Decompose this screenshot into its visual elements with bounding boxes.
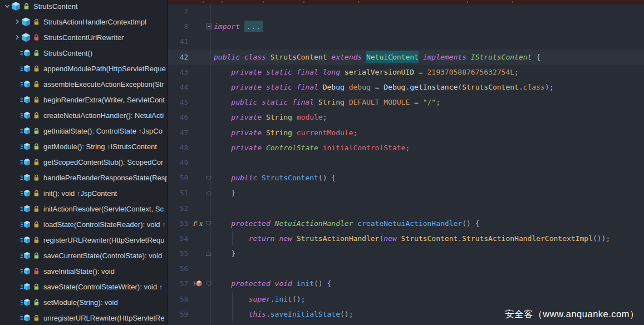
chevron-right-icon[interactable]: [13, 18, 21, 25]
line-number: 52: [168, 204, 191, 213]
tree-item-method-20[interactable]: unregisterURLRewriter(HttpServletRe: [0, 310, 167, 325]
tree-item-method-11[interactable]: handlePreRenderResponseState(Resp: [0, 170, 167, 185]
code-line-51[interactable]: 51 }: [168, 185, 644, 200]
code-line-8[interactable]: 8import ...: [168, 19, 644, 34]
code-line-56[interactable]: 56: [168, 261, 644, 276]
watermark: 安全客（www.anquanke.com）: [505, 308, 639, 321]
lock-gold-icon: [33, 159, 40, 166]
token-pln2: Debug: [323, 83, 345, 91]
tree-item-class-0[interactable]: StrutsContent: [0, 0, 167, 14]
fold-marker-top[interactable]: [204, 280, 214, 287]
code-line-45[interactable]: 45 public static final String DEFAULT_MO…: [168, 95, 644, 110]
tree-item-method-3[interactable]: StrutsContent(): [0, 45, 167, 61]
token-pln: [292, 129, 297, 137]
token-kw: public class: [214, 53, 271, 61]
tree-item-method-14[interactable]: loadState(ControlStateReader): void ↑: [0, 216, 167, 232]
tree-item-method-8[interactable]: getInitialState(): ControlState ↑JspCo: [0, 123, 167, 139]
line-number: 48: [168, 144, 191, 152]
indent-guide: [232, 292, 233, 307]
code-text: }: [214, 322, 644, 325]
token-kw: import: [214, 22, 240, 31]
token-cls: String: [266, 129, 292, 137]
token-kw: this: [249, 310, 266, 318]
code-line-42[interactable]: 42public class StrutsContent extends Net…: [168, 50, 644, 65]
code-line-46[interactable]: 46 private String module;: [168, 110, 644, 125]
token-cls: StrutsActionHandler: [297, 234, 380, 243]
line-number: 45: [168, 98, 191, 106]
tree-item-method-17[interactable]: saveInitialState(): void: [0, 263, 167, 279]
tree-item-method-13[interactable]: initActionResolver(ServletContext, Sc: [0, 201, 167, 216]
fold-marker-plus[interactable]: [204, 23, 214, 29]
code-line-52[interactable]: 52: [168, 200, 644, 215]
line-number: 49: [168, 159, 191, 167]
code-text: }: [214, 246, 644, 261]
token-pln: [345, 83, 349, 91]
token-kw: private static final: [231, 83, 322, 91]
tree-item-method-6[interactable]: beginRenderExtra(Writer, ServletCont: [0, 92, 167, 107]
token-cls: StrutsContent: [401, 234, 458, 243]
line-number: 59: [168, 310, 191, 318]
method-icon: [20, 111, 31, 120]
code-line-44[interactable]: 44 private static final Debug debug = De…: [168, 80, 644, 95]
tree-item-method-18[interactable]: saveState(ControlStateWriter): void ↑: [0, 279, 167, 294]
tree-item-class-1[interactable]: StrutsActionHandlerContextImpl: [0, 14, 167, 29]
line-number: 8: [168, 22, 191, 31]
line-number: 7: [168, 7, 191, 16]
tree-item-method-10[interactable]: getScopedContentStub(): ScopedCor: [0, 154, 167, 170]
token-meth: saveInitialState: [271, 310, 340, 318]
token-kw: private: [231, 113, 266, 121]
token-kw: private: [231, 129, 266, 137]
token-pln: }: [214, 189, 235, 197]
code-line-55[interactable]: 55 }: [168, 246, 644, 261]
lock-green-icon: [33, 283, 40, 290]
code-line-50[interactable]: 50 public StrutsContent() {: [168, 170, 644, 185]
chevron-down-icon[interactable]: [3, 3, 11, 9]
tree-item-method-5[interactable]: assembleExecuteActionException(Str: [0, 76, 167, 92]
token-meth: StrutsContent: [262, 174, 318, 182]
chevron-right-icon[interactable]: [13, 34, 21, 41]
overriding-method-gutter-icon[interactable]: [191, 279, 204, 288]
code-line-49[interactable]: 49: [168, 155, 644, 170]
code-line-54[interactable]: 54 return new StrutsActionHandler(new St…: [168, 231, 644, 246]
lock-gold-icon: [33, 18, 40, 26]
stripe-tick: [222, 1, 223, 3]
token-pconst: serialVersionUID: [345, 68, 414, 76]
line-number: 46: [168, 113, 191, 121]
line-number: 44: [168, 83, 191, 91]
token-meth: init: [275, 295, 292, 303]
token-kw: protected: [231, 219, 274, 228]
code-line-41[interactable]: 41: [168, 34, 644, 49]
code-line-60[interactable]: 60 }: [168, 322, 644, 325]
method-icon: [20, 205, 31, 213]
tree-item-method-9[interactable]: getModule(): String ↑IStrutsContent: [0, 139, 167, 154]
token-pln: ();: [340, 310, 353, 318]
code-line-53[interactable]: 53f↑x protected NetuiActionHandler creat…: [168, 216, 644, 231]
tree-item-method-16[interactable]: saveCurrentState(ControlState): void: [0, 248, 167, 263]
tree-item-method-7[interactable]: createNetuiActionHandler(): NetuiActi: [0, 107, 167, 123]
tree-item-method-15[interactable]: registerURLRewriter(HttpServletRequ: [0, 232, 167, 248]
tree-item-method-4[interactable]: appendModulePath(HttpServletReque: [0, 61, 167, 76]
token-pln: [214, 234, 249, 243]
tree-item-method-12[interactable]: init(): void ↑JspContent: [0, 185, 167, 201]
fold-marker-bot[interactable]: [204, 250, 214, 257]
method-icon: [20, 252, 31, 260]
overrides-function-gutter-icon[interactable]: f↑x: [191, 220, 204, 227]
line-number: 58: [168, 295, 191, 303]
fold-marker-top[interactable]: [204, 175, 214, 181]
tree-item-class-2[interactable]: StrutsContentUrlRewriter: [0, 29, 167, 45]
code-text: public static final String DEFAULT_MODUL…: [214, 95, 644, 110]
indent-guide: [232, 231, 233, 246]
lock-green-icon: [33, 143, 40, 150]
code-editor[interactable]: 78import ...4142public class StrutsConte…: [168, 0, 644, 325]
lock-gold-icon: [33, 174, 40, 181]
code-line-47[interactable]: 47 private String currentModule;: [168, 125, 644, 140]
code-line-43[interactable]: 43 private static final long serialVersi…: [168, 65, 644, 80]
fold-marker-bot[interactable]: [204, 190, 214, 196]
code-line-57[interactable]: 57 protected void init() {: [168, 276, 644, 291]
fold-marker-top[interactable]: [204, 220, 214, 226]
code-line-48[interactable]: 48 private ControlState initialControlSt…: [168, 140, 644, 155]
code-line-58[interactable]: 58 super.init();: [168, 292, 644, 307]
code-line-7[interactable]: 7: [168, 4, 644, 19]
tree-item-method-19[interactable]: setModule(String): void: [0, 294, 167, 310]
code-text: [214, 4, 644, 19]
